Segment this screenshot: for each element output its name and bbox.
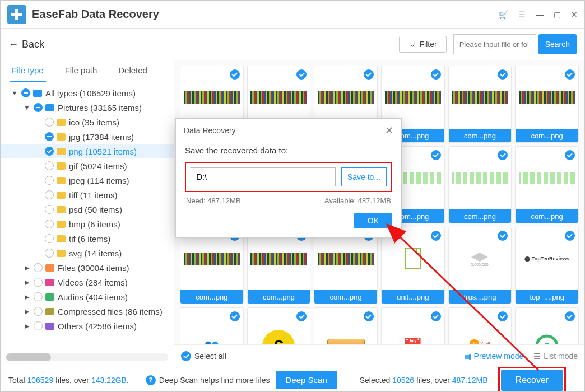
recover-button[interactable]: Recover [501,370,564,391]
folder-icon [57,133,66,141]
dialog-prompt: Save the recovered data to: [185,146,392,155]
thumbnail-item[interactable]: com...png [515,146,579,223]
checkbox-icon[interactable] [34,263,43,272]
checkbox-icon[interactable] [45,118,54,127]
thumbnail-item[interactable]: 30 VISASECURED [448,307,512,344]
dialog-close-icon[interactable]: ✕ [385,124,393,137]
checkbox-icon[interactable] [45,176,54,185]
search-button[interactable]: Search [538,34,577,54]
thumbnail-item[interactable]: 👥 [180,307,244,344]
destination-input[interactable] [191,167,336,186]
tree-row-bmp[interactable]: bmp (6 items) [1,217,174,231]
list-icon[interactable]: ☰ [518,10,526,19]
tab-deleted[interactable]: Deleted [116,60,150,82]
checkbox-icon[interactable] [45,190,54,199]
checkbox-icon[interactable] [45,161,54,170]
sidebar-tabs: File type File path Deleted [1,60,174,82]
tree-row-files[interactable]: ▶Files (30004 items) [1,260,174,275]
svg-rect-2 [405,249,421,269]
tree-row-others[interactable]: ▶Others (42586 items) [1,319,174,333]
thumbnail-item[interactable]: ⬤ TopTenReviewstop_....png [515,227,579,304]
folder-icon [45,293,54,301]
list-mode-button[interactable]: ☰List mode [533,352,578,361]
filter-button[interactable]: ⛉ Filter [399,36,447,53]
ok-button[interactable]: OK [354,213,392,228]
checkbox-icon[interactable] [45,249,54,258]
checkbox-icon[interactable] [21,88,30,97]
thumbnail-item[interactable]: $ [515,307,579,344]
folder-icon [57,148,66,155]
select-all-toggle[interactable]: Select all [181,351,226,361]
checkbox-icon[interactable] [34,278,43,287]
check-icon[interactable] [565,69,575,80]
selected-label: Selected 10526 files, over 487.12MB [360,376,488,385]
check-icon[interactable] [431,69,441,80]
checkbox-icon[interactable] [45,147,54,156]
checkbox-icon[interactable] [34,307,43,316]
minimize-icon[interactable]: — [536,10,544,19]
thumbnail-item[interactable]: Search [314,307,378,344]
thumbnail-item[interactable]: com...png [180,227,244,304]
title-bar: EaseFab Data Recovery 🛒 ☰ — ▢ ✕ [1,1,584,29]
status-bar: Total 106529 files, over 143.22GB. ? Dee… [1,367,584,392]
check-icon[interactable] [431,150,441,160]
checkbox-icon[interactable] [45,132,54,141]
folder-icon [57,177,66,184]
tree-row-gif[interactable]: gif (5024 items) [1,158,174,173]
tree-row-ico[interactable]: ico (35 items) [1,115,174,129]
thumbnail-item[interactable]: com...png [247,227,311,304]
tree-row-psd[interactable]: psd (50 items) [1,202,174,217]
folder-icon [57,235,66,242]
thumbnail-item[interactable]: com...png [448,146,512,223]
sidebar-scrollbar[interactable] [6,353,168,361]
tab-file-path[interactable]: File path [63,60,100,82]
save-to-button[interactable]: Save to... [341,167,387,186]
back-arrow-icon: ← [8,39,18,50]
close-icon[interactable]: ✕ [571,10,578,19]
maximize-icon[interactable]: ▢ [554,10,561,19]
tree-row-audios[interactable]: ▶Audios (404 items) [1,290,174,304]
tree-row-jpeg[interactable]: jpeg (114 items) [1,173,174,188]
cart-icon[interactable]: 🛒 [499,10,508,19]
checkbox-icon[interactable] [34,292,43,301]
check-icon[interactable] [565,150,575,160]
check-icon[interactable] [565,311,575,321]
thumbnail-item[interactable]: com...png [515,66,579,143]
tab-file-type[interactable]: File type [10,60,46,82]
checkbox-icon[interactable] [45,220,54,228]
check-icon[interactable] [364,69,374,80]
thumbnail-item[interactable]: S [247,307,311,344]
checkbox-icon[interactable] [45,234,54,243]
thumbnail-item[interactable]: com...png [314,227,378,304]
tree-row-compressed[interactable]: ▶Compressed files (86 items) [1,304,174,319]
preview-mode-button[interactable]: ▦Preview mode [464,352,524,361]
tree-row-jpg[interactable]: jpg (17384 items) [1,129,174,144]
check-icon[interactable] [230,311,240,321]
tree-row-pictures[interactable]: ▼Pictures (33165 items) [1,100,174,115]
tree-row-all-types[interactable]: ▼All types (106529 items) [1,86,174,100]
checkbox-icon[interactable] [34,321,43,330]
check-icon[interactable] [431,231,441,241]
search-input[interactable] [453,34,536,54]
thumbnail-item[interactable]: 📅 [381,307,445,344]
check-icon[interactable] [431,311,441,321]
thumbnail-item[interactable]: com...png [448,66,512,143]
tree-row-videos[interactable]: ▶Videos (284 items) [1,275,174,290]
need-label: Need: 487.12MB [186,197,241,205]
thumbnail-item[interactable]: 3,000,000trus....png [448,227,512,304]
tree-row-svg[interactable]: svg (14 items) [1,246,174,260]
tree-row-tiff[interactable]: tiff (11 items) [1,188,174,202]
back-button[interactable]: ← Back [8,39,44,50]
check-icon[interactable] [364,311,374,321]
tree-row-png[interactable]: png (10521 items) [1,144,174,158]
tree-row-tif[interactable]: tif (6 items) [1,231,174,246]
check-icon[interactable] [230,69,240,80]
checkbox-icon[interactable] [34,103,43,112]
svg-text:3,000,000: 3,000,000 [471,263,489,267]
folder-icon [57,192,66,199]
thumbnail-item[interactable]: unit....png [381,227,445,304]
checkbox-icon[interactable] [45,205,54,214]
check-icon[interactable] [565,231,575,241]
info-icon: ? [146,375,156,385]
deep-scan-button[interactable]: Deep Scan [276,371,337,389]
